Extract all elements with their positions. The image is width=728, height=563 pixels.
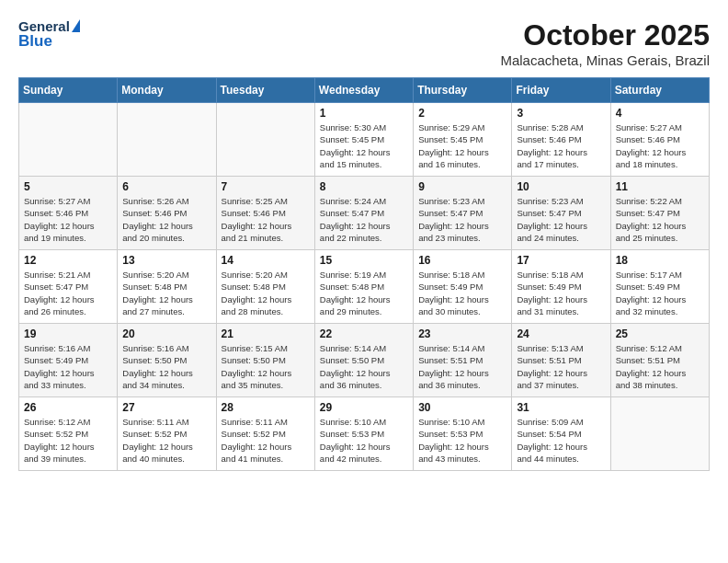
day-info: Sunrise: 5:10 AM Sunset: 5:53 PM Dayligh… [418, 416, 506, 465]
day-number: 18 [616, 254, 704, 267]
day-number: 9 [418, 180, 506, 193]
calendar-cell: 1Sunrise: 5:30 AM Sunset: 5:45 PM Daylig… [314, 103, 413, 177]
calendar-week-row: 12Sunrise: 5:21 AM Sunset: 5:47 PM Dayli… [19, 250, 710, 324]
day-info: Sunrise: 5:12 AM Sunset: 5:52 PM Dayligh… [24, 416, 112, 465]
day-info: Sunrise: 5:27 AM Sunset: 5:46 PM Dayligh… [616, 121, 704, 170]
day-of-week-header: Thursday [414, 78, 512, 103]
calendar-cell: 23Sunrise: 5:14 AM Sunset: 5:51 PM Dayli… [414, 324, 512, 397]
calendar-cell: 17Sunrise: 5:18 AM Sunset: 5:49 PM Dayli… [512, 250, 610, 324]
calendar-cell: 26Sunrise: 5:12 AM Sunset: 5:52 PM Dayli… [19, 397, 118, 471]
day-number: 28 [222, 401, 310, 414]
day-number: 7 [222, 180, 310, 193]
calendar-body: 1Sunrise: 5:30 AM Sunset: 5:45 PM Daylig… [19, 103, 710, 471]
day-info: Sunrise: 5:18 AM Sunset: 5:49 PM Dayligh… [418, 269, 506, 317]
day-number: 25 [616, 327, 704, 340]
day-of-week-header: Tuesday [216, 78, 314, 103]
location-subtitle: Malacacheta, Minas Gerais, Brazil [500, 52, 710, 68]
calendar-cell: 13Sunrise: 5:20 AM Sunset: 5:48 PM Dayli… [118, 250, 216, 324]
day-of-week-header: Friday [512, 78, 610, 103]
day-number: 16 [418, 254, 506, 267]
calendar-cell [19, 103, 118, 177]
day-info: Sunrise: 5:24 AM Sunset: 5:47 PM Dayligh… [320, 195, 408, 244]
calendar-cell: 22Sunrise: 5:14 AM Sunset: 5:50 PM Dayli… [314, 324, 413, 397]
day-number: 21 [222, 327, 310, 340]
day-info: Sunrise: 5:26 AM Sunset: 5:46 PM Dayligh… [122, 195, 210, 244]
calendar-cell: 14Sunrise: 5:20 AM Sunset: 5:48 PM Dayli… [216, 250, 314, 324]
day-info: Sunrise: 5:18 AM Sunset: 5:49 PM Dayligh… [517, 269, 605, 317]
day-number: 8 [320, 180, 408, 193]
calendar-week-row: 26Sunrise: 5:12 AM Sunset: 5:52 PM Dayli… [19, 397, 710, 471]
day-info: Sunrise: 5:09 AM Sunset: 5:54 PM Dayligh… [517, 416, 605, 465]
day-number: 11 [616, 180, 704, 193]
day-info: Sunrise: 5:15 AM Sunset: 5:50 PM Dayligh… [222, 342, 310, 391]
month-title: October 2025 [500, 18, 710, 52]
calendar-cell: 24Sunrise: 5:13 AM Sunset: 5:51 PM Dayli… [512, 324, 610, 397]
day-number: 14 [222, 254, 310, 267]
title-section: October 2025 Malacacheta, Minas Gerais, … [500, 18, 710, 68]
day-info: Sunrise: 5:23 AM Sunset: 5:47 PM Dayligh… [517, 195, 605, 244]
day-number: 19 [24, 327, 112, 340]
logo-blue: Blue [18, 32, 80, 51]
day-number: 29 [320, 401, 408, 414]
day-info: Sunrise: 5:19 AM Sunset: 5:48 PM Dayligh… [320, 269, 408, 317]
day-info: Sunrise: 5:11 AM Sunset: 5:52 PM Dayligh… [222, 416, 310, 465]
day-number: 20 [122, 327, 210, 340]
calendar-week-row: 5Sunrise: 5:27 AM Sunset: 5:46 PM Daylig… [19, 177, 710, 250]
day-info: Sunrise: 5:14 AM Sunset: 5:50 PM Dayligh… [320, 342, 408, 391]
day-number: 3 [517, 107, 605, 120]
calendar-cell: 18Sunrise: 5:17 AM Sunset: 5:49 PM Dayli… [610, 250, 709, 324]
calendar-cell: 11Sunrise: 5:22 AM Sunset: 5:47 PM Dayli… [610, 177, 709, 250]
calendar-cell: 25Sunrise: 5:12 AM Sunset: 5:51 PM Dayli… [610, 324, 709, 397]
day-number: 31 [517, 401, 605, 414]
day-number: 13 [122, 254, 210, 267]
day-number: 4 [616, 107, 704, 120]
calendar-cell [610, 397, 709, 471]
day-info: Sunrise: 5:14 AM Sunset: 5:51 PM Dayligh… [418, 342, 506, 391]
calendar-cell: 15Sunrise: 5:19 AM Sunset: 5:48 PM Dayli… [314, 250, 413, 324]
page-header: General Blue October 2025 Malacacheta, M… [18, 18, 710, 68]
day-of-week-header: Sunday [19, 78, 118, 103]
day-of-week-header: Monday [118, 78, 216, 103]
day-number: 17 [517, 254, 605, 267]
day-number: 23 [418, 327, 506, 340]
day-number: 6 [122, 180, 210, 193]
day-info: Sunrise: 5:16 AM Sunset: 5:50 PM Dayligh… [122, 342, 210, 391]
day-info: Sunrise: 5:25 AM Sunset: 5:46 PM Dayligh… [222, 195, 310, 244]
calendar-cell: 9Sunrise: 5:23 AM Sunset: 5:47 PM Daylig… [414, 177, 512, 250]
calendar-cell: 5Sunrise: 5:27 AM Sunset: 5:46 PM Daylig… [19, 177, 118, 250]
calendar-cell: 2Sunrise: 5:29 AM Sunset: 5:45 PM Daylig… [414, 103, 512, 177]
day-info: Sunrise: 5:20 AM Sunset: 5:48 PM Dayligh… [122, 269, 210, 317]
day-number: 26 [24, 401, 112, 414]
calendar-cell: 10Sunrise: 5:23 AM Sunset: 5:47 PM Dayli… [512, 177, 610, 250]
day-number: 2 [418, 107, 506, 120]
calendar-cell: 16Sunrise: 5:18 AM Sunset: 5:49 PM Dayli… [414, 250, 512, 324]
calendar-cell: 19Sunrise: 5:16 AM Sunset: 5:49 PM Dayli… [19, 324, 118, 397]
day-info: Sunrise: 5:21 AM Sunset: 5:47 PM Dayligh… [24, 269, 112, 317]
day-of-week-header: Wednesday [314, 78, 413, 103]
calendar-cell: 20Sunrise: 5:16 AM Sunset: 5:50 PM Dayli… [118, 324, 216, 397]
calendar-cell: 30Sunrise: 5:10 AM Sunset: 5:53 PM Dayli… [414, 397, 512, 471]
day-of-week-header: Saturday [610, 78, 709, 103]
day-info: Sunrise: 5:28 AM Sunset: 5:46 PM Dayligh… [517, 121, 605, 170]
day-info: Sunrise: 5:12 AM Sunset: 5:51 PM Dayligh… [616, 342, 704, 391]
calendar-cell: 12Sunrise: 5:21 AM Sunset: 5:47 PM Dayli… [19, 250, 118, 324]
day-number: 10 [517, 180, 605, 193]
day-number: 22 [320, 327, 408, 340]
calendar-cell [118, 103, 216, 177]
calendar-week-row: 19Sunrise: 5:16 AM Sunset: 5:49 PM Dayli… [19, 324, 710, 397]
logo-triangle-icon [72, 19, 80, 32]
calendar-cell: 27Sunrise: 5:11 AM Sunset: 5:52 PM Dayli… [118, 397, 216, 471]
day-info: Sunrise: 5:23 AM Sunset: 5:47 PM Dayligh… [418, 195, 506, 244]
day-number: 27 [122, 401, 210, 414]
day-info: Sunrise: 5:20 AM Sunset: 5:48 PM Dayligh… [222, 269, 310, 317]
calendar-cell: 29Sunrise: 5:10 AM Sunset: 5:53 PM Dayli… [314, 397, 413, 471]
calendar-cell: 3Sunrise: 5:28 AM Sunset: 5:46 PM Daylig… [512, 103, 610, 177]
day-number: 15 [320, 254, 408, 267]
day-info: Sunrise: 5:22 AM Sunset: 5:47 PM Dayligh… [616, 195, 704, 244]
day-info: Sunrise: 5:10 AM Sunset: 5:53 PM Dayligh… [320, 416, 408, 465]
calendar-cell: 31Sunrise: 5:09 AM Sunset: 5:54 PM Dayli… [512, 397, 610, 471]
day-info: Sunrise: 5:17 AM Sunset: 5:49 PM Dayligh… [616, 269, 704, 317]
calendar-cell: 21Sunrise: 5:15 AM Sunset: 5:50 PM Dayli… [216, 324, 314, 397]
day-number: 5 [24, 180, 112, 193]
day-info: Sunrise: 5:29 AM Sunset: 5:45 PM Dayligh… [418, 121, 506, 170]
